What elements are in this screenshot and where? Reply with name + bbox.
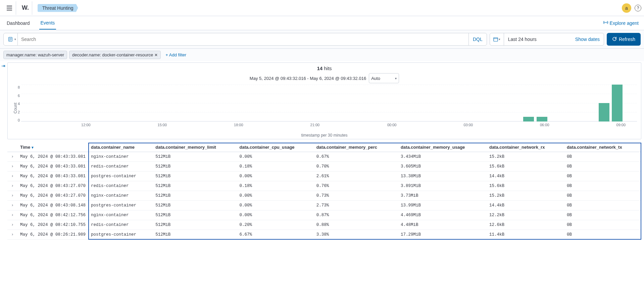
cell-time: May 6, 2024 @ 08:43:33.081 — [17, 162, 88, 172]
cell-container-name: redis-container — [88, 220, 153, 230]
cell-network-rx: 15.6kB — [487, 162, 564, 172]
help-icon[interactable]: ? — [635, 5, 641, 11]
expand-row-button[interactable]: › — [7, 162, 17, 172]
cell-network-tx: 0B — [564, 220, 641, 230]
tab-dashboard[interactable]: Dashboard — [5, 17, 31, 29]
refresh-icon — [612, 37, 617, 42]
close-icon[interactable]: ✕ — [154, 53, 158, 57]
tab-events[interactable]: Events — [39, 17, 56, 30]
cell-time: May 6, 2024 @ 08:42:12.756 — [17, 210, 88, 220]
hits-title: 14 hits — [12, 65, 637, 71]
column-memory-limit[interactable]: data.container_memory_limit — [153, 143, 237, 152]
expand-row-button[interactable]: › — [7, 220, 17, 230]
column-network-tx[interactable]: data.container_network_tx — [564, 143, 641, 152]
cell-container-name: nginx-container — [88, 152, 153, 162]
expand-row-button[interactable]: › — [7, 210, 17, 220]
cell-memory-limit: 512MiB — [153, 181, 237, 191]
cell-memory-limit: 512MiB — [153, 201, 237, 210]
cell-network-tx: 0B — [564, 162, 641, 172]
expand-row-button[interactable]: › — [7, 172, 17, 181]
cell-container-name: nginx-container — [88, 191, 153, 201]
cell-time: May 6, 2024 @ 08:43:27.070 — [17, 181, 88, 191]
cell-memory-perc: 0.76% — [314, 181, 398, 191]
cell-cpu: 0.18% — [237, 162, 314, 172]
cell-time: May 6, 2024 @ 08:26:21.989 — [17, 230, 88, 240]
filters-row: manager.name: wazuh-server decoder.name:… — [0, 49, 644, 61]
cell-network-rx: 14.4kB — [487, 172, 564, 181]
cell-memory-usage: 3.434MiB — [398, 152, 487, 162]
cell-memory-limit: 512MiB — [153, 230, 237, 240]
table-row: ›May 6, 2024 @ 08:43:33.081postgres-cont… — [7, 172, 641, 181]
histogram-panel: 14 hits May 5, 2024 @ 09:43:32.016 - May… — [7, 62, 641, 139]
table-row: ›May 6, 2024 @ 08:43:33.081redis-contain… — [7, 162, 641, 172]
cell-memory-perc: 0.73% — [314, 191, 398, 201]
cell-network-rx: 15.6kB — [487, 181, 564, 191]
plot-area[interactable]: 12:0015:0018:0021:0000:0003:0006:0009:00 — [21, 85, 637, 132]
histogram-bar[interactable] — [612, 85, 623, 122]
logo[interactable]: W. — [19, 1, 32, 15]
column-container-name[interactable]: data.container_name — [88, 143, 153, 152]
explore-agent-link[interactable]: Explore agent — [603, 20, 639, 26]
expand-row-button[interactable]: › — [7, 230, 17, 240]
events-table-panel: Time▼ data.container_name data.container… — [7, 143, 641, 240]
expand-row-button[interactable]: › — [7, 152, 17, 162]
expand-row-button[interactable]: › — [7, 191, 17, 201]
cell-network-tx: 0B — [564, 201, 641, 210]
column-network-rx[interactable]: data.container_network_rx — [487, 143, 564, 152]
cell-network-rx: 12.2kB — [487, 210, 564, 220]
avatar[interactable]: a — [622, 3, 631, 13]
histogram-bar[interactable] — [599, 103, 609, 122]
cell-memory-limit: 512MiB — [153, 172, 237, 181]
cell-time: May 6, 2024 @ 08:43:27.070 — [17, 191, 88, 201]
filter-pill-manager[interactable]: manager.name: wazuh-server — [3, 51, 67, 59]
column-time[interactable]: Time▼ — [17, 143, 88, 152]
refresh-button[interactable]: Refresh — [607, 33, 641, 46]
filter-pill-decoder[interactable]: decoder.name: docker-container-resource … — [69, 51, 161, 59]
histogram-bar[interactable] — [523, 117, 534, 122]
column-cpu-usage[interactable]: data.container_cpu_usage — [237, 143, 314, 152]
sort-desc-icon: ▼ — [31, 146, 34, 149]
cell-network-rx: 11.4kB — [487, 230, 564, 240]
breadcrumb-badge[interactable]: Threat Hunting — [38, 4, 78, 12]
cell-container-name: redis-container — [88, 181, 153, 191]
cell-memory-usage: 13.99MiB — [398, 201, 487, 210]
cell-cpu: 0.00% — [237, 152, 314, 162]
column-memory-perc[interactable]: data.container_memory_perc — [314, 143, 398, 152]
saved-queries-button[interactable]: ▾ — [4, 33, 18, 45]
search-input[interactable] — [18, 37, 468, 42]
interval-value: Auto — [371, 76, 380, 81]
column-memory-usage[interactable]: data.container_memory_usage — [398, 143, 487, 152]
show-dates-link[interactable]: Show dates — [571, 37, 604, 42]
chevron-down-icon: ▾ — [395, 77, 397, 80]
interval-select[interactable]: Auto ▾ — [369, 73, 399, 83]
expand-row-button[interactable]: › — [7, 181, 17, 191]
date-picker[interactable]: ▾ Last 24 hours Show dates — [490, 33, 604, 46]
time-range-text: May 5, 2024 @ 09:43:32.016 - May 6, 2024… — [250, 76, 366, 81]
cell-memory-usage: 13.38MiB — [398, 172, 487, 181]
refresh-label: Refresh — [619, 37, 635, 42]
menu-toggle-button[interactable] — [3, 1, 16, 15]
expand-row-button[interactable]: › — [7, 201, 17, 210]
cell-network-tx: 0B — [564, 191, 641, 201]
expand-sidebar-icon[interactable]: ⇥ — [1, 63, 5, 68]
cell-container-name: postgres-container — [88, 201, 153, 210]
cell-network-tx: 0B — [564, 172, 641, 181]
cell-time: May 6, 2024 @ 08:43:33.081 — [17, 172, 88, 181]
cell-network-tx: 0B — [564, 152, 641, 162]
cell-time: May 6, 2024 @ 08:43:08.148 — [17, 201, 88, 210]
cell-container-name: postgres-container — [88, 172, 153, 181]
cell-memory-perc: 0.67% — [314, 152, 398, 162]
add-filter-button[interactable]: + Add filter — [163, 51, 189, 59]
cell-network-rx: 15.2kB — [487, 191, 564, 201]
table-row: ›May 6, 2024 @ 08:42:12.756nginx-contain… — [7, 210, 641, 220]
cell-memory-usage: 4.48MiB — [398, 220, 487, 230]
dql-toggle[interactable]: DQL — [468, 33, 487, 45]
cell-container-name: postgres-container — [88, 230, 153, 240]
table-row: ›May 6, 2024 @ 08:43:08.148postgres-cont… — [7, 201, 641, 210]
explore-agent-label: Explore agent — [610, 20, 639, 26]
top-bar: W. Threat Hunting a ? — [0, 0, 644, 16]
date-range-text: Last 24 hours — [504, 37, 571, 42]
cell-memory-perc: 2.73% — [314, 201, 398, 210]
cell-memory-usage: 3.891MiB — [398, 181, 487, 191]
histogram-bar[interactable] — [537, 117, 547, 122]
